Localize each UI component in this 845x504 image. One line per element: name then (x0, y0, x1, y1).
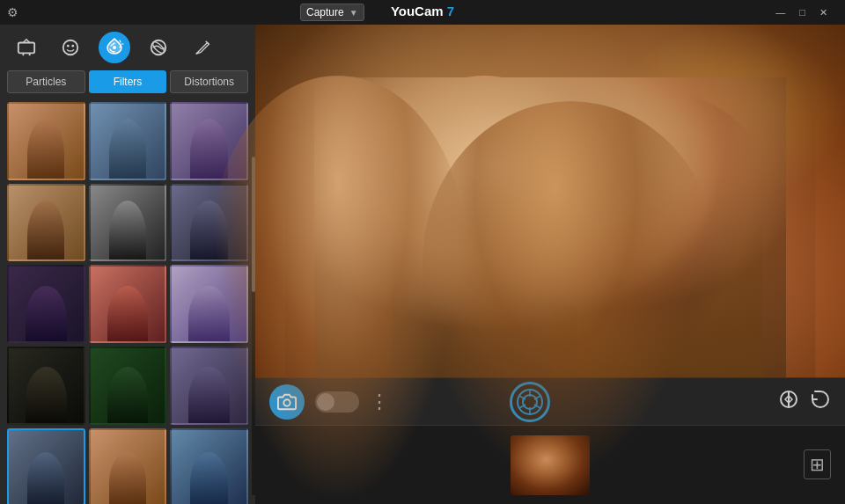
app-title: YouCam 7 (391, 4, 454, 18)
tab-bar: Particles Filters Distortions (0, 70, 255, 99)
undo-button[interactable] (810, 389, 831, 415)
svg-point-5 (71, 45, 74, 47)
tv-icon[interactable] (11, 32, 42, 63)
filter-thumb-overlay (91, 267, 165, 341)
right-controls (778, 389, 831, 415)
tab-distortions[interactable]: Distortions (170, 70, 248, 93)
main-layout: Particles Filters Distortions (0, 25, 845, 504)
mirror-svg (778, 389, 799, 410)
filter-item[interactable] (89, 184, 167, 262)
filter-item[interactable] (89, 265, 167, 343)
capture-dropdown[interactable]: Capture ▼ (300, 4, 364, 21)
tv-svg (17, 38, 36, 57)
filter-item[interactable] (7, 184, 85, 262)
filter-thumb-overlay (9, 430, 84, 504)
face-icon[interactable] (55, 32, 86, 63)
app-name: YouCam 7 (391, 4, 454, 18)
distort-svg (149, 38, 168, 57)
svg-point-4 (67, 45, 70, 47)
content-area: ⋮ (255, 25, 845, 504)
filter-thumb-overlay (91, 430, 165, 504)
face-svg (61, 38, 80, 57)
title-bar: ⚙ YouCam 7 Capture ▼ — □ ✕ (0, 0, 845, 25)
filter-thumb-overlay (9, 348, 84, 423)
close-button[interactable]: ✕ (816, 6, 831, 19)
filter-item[interactable] (89, 102, 167, 180)
window-controls: — □ ✕ (772, 6, 831, 19)
timeline-thumb-image (511, 435, 590, 495)
tab-particles[interactable]: Particles (7, 70, 85, 93)
mirror-button[interactable] (778, 389, 799, 415)
svg-point-3 (63, 40, 78, 55)
maximize-button[interactable]: □ (796, 6, 809, 19)
timeline: ⊞ (255, 425, 845, 504)
filter-item[interactable] (89, 347, 167, 425)
grid-button[interactable]: ⊞ (804, 449, 831, 479)
thumb-person-right (511, 435, 590, 495)
distort-icon[interactable] (143, 32, 174, 63)
filter-item[interactable] (7, 347, 85, 425)
capture-label: Capture (306, 6, 344, 18)
effects-svg (104, 37, 125, 58)
svg-point-6 (113, 46, 116, 49)
filter-thumb-overlay (9, 104, 84, 179)
filter-thumb-overlay (9, 267, 84, 341)
filter-thumb-overlay (91, 186, 165, 260)
filter-thumb-overlay (91, 104, 165, 179)
effects-icon[interactable] (99, 32, 130, 63)
undo-svg (810, 389, 831, 410)
filter-item[interactable] (89, 428, 167, 504)
svg-rect-0 (18, 43, 34, 54)
filter-thumb-overlay (91, 348, 165, 423)
filter-item[interactable] (7, 265, 85, 343)
dropdown-arrow-icon: ▼ (349, 8, 358, 18)
filter-item-selected[interactable] (7, 428, 85, 504)
timeline-thumbnail[interactable] (511, 435, 590, 495)
filter-item[interactable] (7, 102, 85, 180)
minimize-button[interactable]: — (772, 6, 789, 19)
filter-thumb-overlay (9, 186, 84, 260)
draw-icon[interactable] (187, 32, 218, 63)
draw-svg (193, 38, 212, 57)
tab-filters[interactable]: Filters (89, 70, 167, 93)
gear-icon[interactable]: ⚙ (7, 5, 18, 19)
toolbar (0, 25, 255, 70)
